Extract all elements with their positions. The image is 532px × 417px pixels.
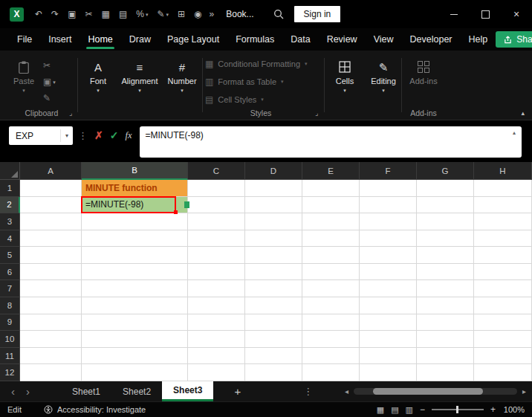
- cell-B1[interactable]: MINUTE function: [82, 180, 188, 197]
- menu-tab-review[interactable]: Review: [319, 28, 366, 51]
- cell-A9[interactable]: [20, 314, 82, 332]
- formula-bar-options-icon[interactable]: ⋮: [78, 126, 88, 145]
- cell-C1[interactable]: [188, 180, 245, 197]
- cell-D3[interactable]: [245, 213, 302, 230]
- cell-E1[interactable]: [302, 180, 360, 197]
- cell-A12[interactable]: [20, 364, 82, 381]
- sheet-nav-right-icon[interactable]: ›: [26, 386, 30, 397]
- column-header-A[interactable]: A: [20, 162, 82, 180]
- cell-B6[interactable]: [82, 264, 188, 281]
- cell-G11[interactable]: [417, 348, 474, 365]
- cell-G7[interactable]: [417, 280, 474, 297]
- menu-tab-page-layout[interactable]: Page Layout: [159, 28, 227, 51]
- enter-icon[interactable]: ✓: [110, 126, 119, 145]
- cell-H1[interactable]: [474, 180, 532, 197]
- format-painter-icon[interactable]: ✎▾: [157, 10, 169, 19]
- sheet-nav-left-icon[interactable]: ‹: [11, 386, 15, 397]
- accessibility-status[interactable]: Accessibility: Investigate: [57, 405, 146, 414]
- sheet-options-icon[interactable]: ⋮: [303, 387, 313, 396]
- cell-A1[interactable]: [20, 180, 82, 197]
- chevron-down-icon[interactable]: ▾: [60, 129, 73, 143]
- cell-E4[interactable]: [302, 230, 360, 248]
- cell-D11[interactable]: [245, 348, 302, 365]
- cell-H7[interactable]: [474, 280, 532, 297]
- row-header-9[interactable]: 9: [0, 314, 20, 332]
- row-header-1[interactable]: 1: [0, 180, 20, 197]
- cut-icon[interactable]: ✂: [85, 10, 92, 19]
- cell-C7[interactable]: [188, 280, 245, 297]
- cell-E2[interactable]: [302, 197, 360, 214]
- row-header-7[interactable]: 7: [0, 280, 20, 297]
- styles-dialog-launcher[interactable]: ⌟: [315, 109, 318, 117]
- cell-C8[interactable]: [188, 297, 245, 314]
- cell-G4[interactable]: [417, 230, 474, 248]
- cell-D5[interactable]: [245, 247, 302, 264]
- cell-F12[interactable]: [360, 364, 417, 381]
- cell-G5[interactable]: [417, 247, 474, 264]
- redo-icon[interactable]: ↷: [51, 10, 59, 19]
- column-header-E[interactable]: E: [302, 162, 360, 180]
- cell-G2[interactable]: [417, 197, 474, 214]
- cell-D9[interactable]: [245, 314, 302, 332]
- picture-icon[interactable]: ▦: [102, 10, 110, 19]
- row-header-11[interactable]: 11: [0, 348, 20, 365]
- cell-E11[interactable]: [302, 348, 360, 365]
- cell-H6[interactable]: [474, 264, 532, 281]
- cell-F9[interactable]: [360, 314, 417, 332]
- menu-tab-home[interactable]: Home: [80, 28, 120, 51]
- format-painter-icon[interactable]: ✎: [43, 94, 56, 103]
- column-header-C[interactable]: C: [188, 162, 245, 180]
- minimize-button[interactable]: [438, 0, 470, 28]
- cancel-icon[interactable]: ✗: [94, 126, 103, 145]
- menu-tab-data[interactable]: Data: [282, 28, 318, 51]
- zoom-in-icon[interactable]: +: [490, 405, 496, 414]
- cell-C9[interactable]: [188, 314, 245, 332]
- cell-C5[interactable]: [188, 247, 245, 264]
- zoom-slider[interactable]: [432, 409, 484, 410]
- cell-E5[interactable]: [302, 247, 360, 264]
- cell-B4[interactable]: [82, 230, 188, 248]
- cell-H8[interactable]: [474, 297, 532, 314]
- formula-input[interactable]: =MINUTE(-98) ▴: [140, 126, 522, 158]
- page-layout-view-icon[interactable]: ▤: [391, 406, 398, 414]
- close-button[interactable]: ×: [501, 0, 532, 28]
- cell-A11[interactable]: [20, 348, 82, 365]
- document-title[interactable]: Book...: [226, 9, 253, 19]
- row-header-6[interactable]: 6: [0, 264, 20, 281]
- cell-E8[interactable]: [302, 297, 360, 314]
- row-header-3[interactable]: 3: [0, 213, 20, 230]
- cell-E7[interactable]: [302, 280, 360, 297]
- cell-D1[interactable]: [245, 180, 302, 197]
- scrollbar-track[interactable]: [354, 388, 517, 395]
- cell-B5[interactable]: [82, 247, 188, 264]
- cut-icon[interactable]: ✂: [43, 61, 56, 70]
- cell-H10[interactable]: [474, 331, 532, 348]
- cell-F5[interactable]: [360, 247, 417, 264]
- row-header-12[interactable]: 12: [0, 364, 20, 381]
- table-icon[interactable]: ▤: [119, 10, 127, 19]
- cell-G10[interactable]: [417, 331, 474, 348]
- sheet-tab-sheet3[interactable]: Sheet3: [162, 381, 213, 401]
- clipboard-dialog-launcher[interactable]: ⌟: [69, 109, 72, 117]
- menu-tab-help[interactable]: Help: [461, 28, 496, 51]
- menu-tab-file[interactable]: File: [9, 28, 40, 51]
- cell-A3[interactable]: [20, 213, 82, 230]
- cell-D8[interactable]: [245, 297, 302, 314]
- cell-A7[interactable]: [20, 280, 82, 297]
- format-as-table-button[interactable]: ▥Format as Table▾: [205, 74, 308, 89]
- row-header-8[interactable]: 8: [0, 297, 20, 314]
- cell-F3[interactable]: [360, 213, 417, 230]
- cell-A6[interactable]: [20, 264, 82, 281]
- insert-function-icon[interactable]: fx: [125, 126, 132, 145]
- cell-B10[interactable]: [82, 331, 188, 348]
- collapse-ribbon-icon[interactable]: ▴: [521, 109, 525, 117]
- cell-A5[interactable]: [20, 247, 82, 264]
- normal-view-icon[interactable]: ▦: [377, 406, 384, 414]
- search-icon[interactable]: [273, 9, 284, 19]
- maximize-button[interactable]: [470, 0, 501, 28]
- cell-F1[interactable]: [360, 180, 417, 197]
- cell-F10[interactable]: [360, 331, 417, 348]
- cell-G12[interactable]: [417, 364, 474, 381]
- cells-button[interactable]: Cells ▾: [328, 55, 361, 109]
- cell-A2[interactable]: [20, 197, 82, 214]
